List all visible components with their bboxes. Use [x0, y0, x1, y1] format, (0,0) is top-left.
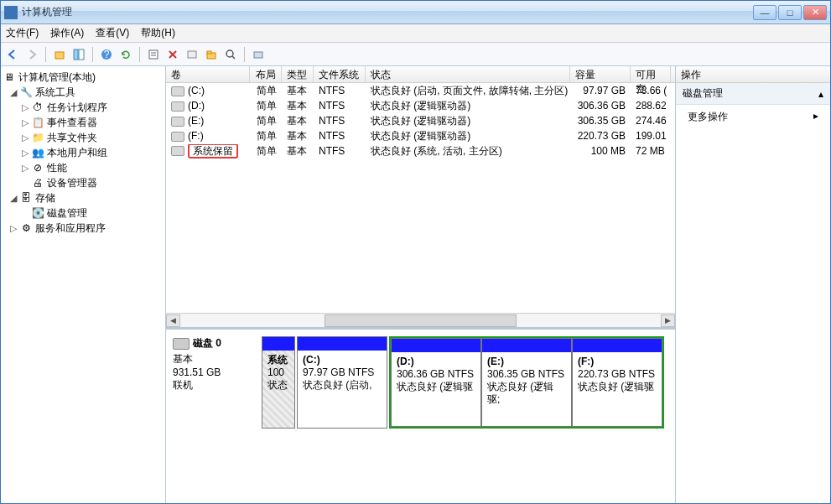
back-button[interactable]: [4, 46, 21, 63]
col-layout[interactable]: 布局: [250, 66, 282, 82]
col-filesystem[interactable]: 文件系统: [314, 66, 366, 82]
minimize-button[interactable]: —: [753, 5, 776, 20]
partition-d[interactable]: (D:)306.36 GB NTFS状态良好 (逻辑驱: [391, 338, 481, 427]
hard-disk-icon: [173, 338, 190, 350]
tree-label: 设备管理器: [47, 176, 97, 190]
up-button[interactable]: [51, 46, 68, 63]
expand-icon[interactable]: ▷: [19, 132, 31, 143]
volume-row[interactable]: (D:)简单基本NTFS状态良好 (逻辑驱动器)306.36 GB288.62: [166, 98, 675, 113]
actions-section[interactable]: 磁盘管理 ▴: [676, 83, 830, 105]
expand-icon[interactable]: ▷: [19, 148, 31, 158]
partition-bar: [392, 339, 480, 352]
show-hide-tree-button[interactable]: [70, 46, 87, 63]
scroll-left-button[interactable]: ◀: [166, 314, 180, 327]
titlebar: 计算机管理 — □ ✕: [1, 1, 830, 24]
partition-system-reserved[interactable]: 系统100状态: [262, 336, 295, 429]
toolbar: ?: [1, 43, 830, 66]
tree-eventviewer[interactable]: ▷📋事件查看器: [1, 115, 165, 130]
svg-line-12: [232, 56, 235, 59]
scroll-track[interactable]: [180, 314, 661, 327]
app-icon: [4, 6, 18, 19]
volume-row[interactable]: (E:)简单基本NTFS状态良好 (逻辑驱动器)306.35 GB274.46: [166, 113, 675, 128]
tree-label: 服务和应用程序: [35, 221, 106, 236]
open-button[interactable]: [203, 46, 220, 63]
storage-icon: 🗄: [19, 191, 33, 205]
extra-button[interactable]: [250, 46, 267, 63]
col-type[interactable]: 类型: [282, 66, 314, 82]
maximize-button[interactable]: □: [778, 5, 802, 20]
menubar: 文件(F) 操作(A) 查看(V) 帮助(H): [1, 24, 830, 43]
partition-c[interactable]: (C:)97.97 GB NTFS状态良好 (启动,: [297, 336, 387, 429]
expand-icon[interactable]: ▷: [19, 163, 31, 174]
close-button[interactable]: ✕: [803, 5, 827, 20]
refresh-button[interactable]: [117, 46, 134, 63]
svg-rect-8: [188, 51, 196, 58]
volume-type: 基本: [282, 144, 314, 158]
collapse-icon: ▴: [818, 88, 823, 100]
tree-label: 性能: [47, 161, 67, 175]
tree-devmgr[interactable]: 🖨设备管理器: [1, 175, 165, 190]
volume-capacity: 306.35 GB: [570, 115, 631, 127]
menu-help[interactable]: 帮助(H): [141, 26, 175, 40]
volume-list[interactable]: (C:)简单基本NTFS状态良好 (启动, 页面文件, 故障转储, 主分区)97…: [166, 83, 675, 313]
volume-capacity: 97.97 GB: [570, 85, 631, 96]
toolbar-separator: [244, 47, 245, 62]
volume-name: (D:): [188, 100, 205, 112]
drive-icon: [171, 86, 184, 96]
scroll-thumb[interactable]: [325, 314, 517, 327]
tree-services[interactable]: ▷⚙服务和应用程序: [1, 221, 165, 236]
svg-rect-2: [79, 49, 84, 60]
menu-file[interactable]: 文件(F): [6, 26, 39, 40]
volume-row[interactable]: (F:)简单基本NTFS状态良好 (逻辑驱动器)220.73 GB199.01: [166, 128, 675, 143]
menu-view[interactable]: 查看(V): [96, 26, 129, 40]
expand-icon[interactable]: ▷: [19, 117, 31, 128]
properties-button[interactable]: [145, 46, 162, 63]
disk-info[interactable]: 磁盘 0 基本 931.51 GB 联机: [173, 336, 257, 496]
find-button[interactable]: [222, 46, 239, 63]
tree-perf[interactable]: ▷⊘性能: [1, 160, 165, 175]
col-free[interactable]: 可用空: [631, 66, 671, 82]
horizontal-scrollbar[interactable]: ◀ ▶: [166, 313, 675, 327]
actions-more[interactable]: 更多操作 ▸: [676, 105, 830, 129]
device-icon: 🖨: [31, 176, 44, 190]
tree-users[interactable]: ▷👥本地用户和组: [1, 145, 165, 160]
toolbar-separator: [92, 47, 93, 62]
volume-type: 基本: [282, 84, 314, 98]
volume-row[interactable]: 系统保留简单基本NTFS状态良好 (系统, 活动, 主分区)100 MB72 M…: [166, 143, 675, 158]
part-name: (F:): [578, 356, 594, 367]
partition-e[interactable]: (E:)306.35 GB NTFS状态良好 (逻辑驱;: [481, 338, 572, 427]
scheduler-icon: ⏱: [31, 101, 44, 114]
help-button[interactable]: ?: [98, 46, 115, 63]
col-capacity[interactable]: 容量: [570, 66, 631, 82]
volume-fs: NTFS: [314, 145, 366, 157]
col-volume[interactable]: 卷: [166, 66, 250, 82]
tree-storage[interactable]: ◢🗄存储: [1, 190, 165, 205]
menu-action[interactable]: 操作(A): [50, 26, 84, 40]
expand-icon[interactable]: ▷: [19, 102, 31, 113]
tree-shared[interactable]: ▷📁共享文件夹: [1, 130, 165, 145]
tree-diskmgmt[interactable]: 💽磁盘管理: [1, 205, 165, 221]
collapse-icon[interactable]: ◢: [8, 193, 19, 204]
tree-root[interactable]: 🖥计算机管理(本地): [1, 70, 165, 85]
navigation-tree[interactable]: 🖥计算机管理(本地) ◢🔧系统工具 ▷⏱任务计划程序 ▷📋事件查看器 ▷📁共享文…: [1, 66, 166, 503]
partition-f[interactable]: (F:)220.73 GB NTFS状态良好 (逻辑驱: [572, 338, 662, 427]
collapse-icon[interactable]: ◢: [8, 87, 19, 98]
disk-graphical-view: 磁盘 0 基本 931.51 GB 联机 系统100状态 (C:)97.97 G…: [166, 327, 675, 503]
volume-row[interactable]: (C:)简单基本NTFS状态良好 (启动, 页面文件, 故障转储, 主分区)97…: [166, 83, 675, 98]
tree-systools[interactable]: ◢🔧系统工具: [1, 85, 165, 100]
scroll-right-button[interactable]: ▶: [661, 314, 675, 327]
part-name: 系统: [267, 354, 288, 366]
volume-fs: NTFS: [314, 100, 366, 112]
computer-icon: 🖥: [3, 70, 16, 84]
forward-button[interactable]: [23, 46, 40, 63]
volume-status: 状态良好 (逻辑驱动器): [366, 99, 570, 113]
delete-button[interactable]: [164, 46, 181, 63]
settings-button[interactable]: [184, 46, 200, 63]
tree-scheduler[interactable]: ▷⏱任务计划程序: [1, 100, 165, 115]
partition-bar: [573, 339, 662, 352]
expand-icon[interactable]: ▷: [8, 223, 19, 234]
actions-pane: 操作 磁盘管理 ▴ 更多操作 ▸: [676, 66, 830, 503]
drive-icon: [171, 117, 184, 127]
tree-label: 磁盘管理: [47, 206, 87, 221]
col-status[interactable]: 状态: [366, 66, 570, 82]
